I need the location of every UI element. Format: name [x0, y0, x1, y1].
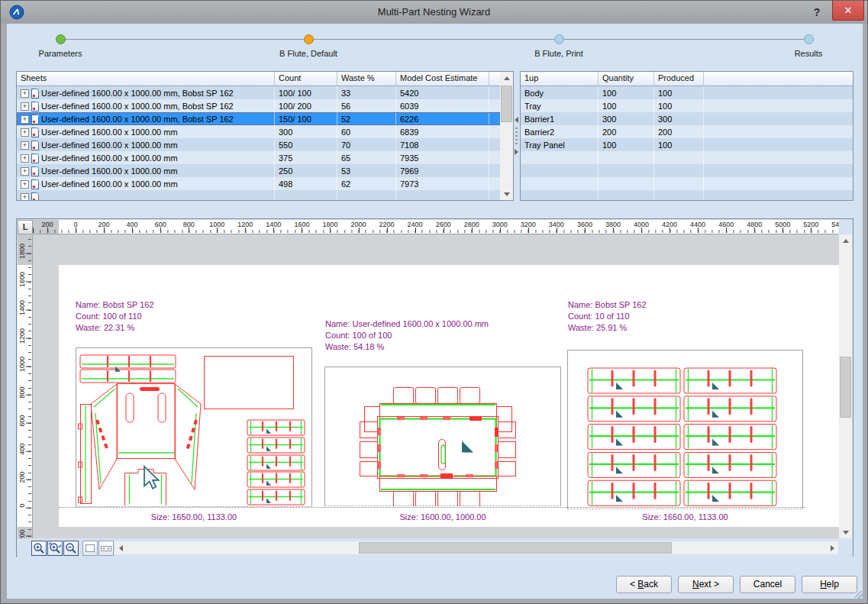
scrollbar-thumb[interactable]	[840, 357, 851, 418]
part-row[interactable]: Barrier2200200	[521, 125, 853, 138]
splitter-grip[interactable]	[515, 128, 518, 144]
sheet-count-cell: 375	[275, 151, 337, 164]
scrollbar-thumb[interactable]	[501, 86, 512, 122]
expand-icon[interactable]	[21, 154, 29, 163]
ruler-label: 1000	[18, 357, 26, 372]
canvas-vertical-scrollbar[interactable]	[839, 234, 852, 538]
expand-icon[interactable]	[21, 115, 29, 124]
scrollbar-thumb[interactable]	[359, 542, 672, 554]
sheet-name-text: User-defined 1600.00 x 1000.00 mm, Bobst…	[41, 115, 234, 124]
nest-layout-1-drawing[interactable]: .r{stroke:#ff3232;fill:none;stroke-width…	[76, 347, 312, 507]
step-label-b-flute-default: B Flute, Default	[279, 49, 337, 58]
show-dimensions-button[interactable]	[98, 541, 114, 556]
filler-cell	[704, 138, 853, 151]
filler-cell	[704, 86, 853, 99]
sheet-cost-cell: 7935	[396, 151, 489, 164]
sheet-result-row[interactable]: User-defined 1600.00 x 1000.00 mm5507071…	[17, 138, 502, 151]
part-name-cell: Barrier1	[521, 112, 599, 125]
sheet-result-row[interactable]: User-defined 1600.00 x 1000.00 mm, Bobst…	[17, 99, 502, 112]
step-dot-b-flute-default[interactable]	[304, 34, 314, 44]
sheets-table-scrollbar[interactable]	[500, 72, 513, 200]
empty-row	[521, 164, 853, 177]
column-header-waste[interactable]: Waste %	[337, 72, 396, 86]
column-header-quantity[interactable]: Quantity	[599, 72, 654, 86]
filler-cell	[704, 177, 853, 190]
sheet-result-row[interactable]: User-defined 1600.00 x 1000.00 mm, Bobst…	[17, 112, 502, 125]
part-quantity-cell: 100	[599, 99, 654, 112]
sheet-cost-cell: 7969	[396, 164, 489, 177]
ruler-label: 4600	[718, 221, 734, 228]
canvas-horizontal-scrollbar[interactable]	[115, 541, 838, 554]
back-button[interactable]: < Back	[616, 576, 672, 593]
scroll-up-icon[interactable]	[839, 234, 852, 247]
expand-icon[interactable]	[21, 180, 29, 189]
expand-icon[interactable]	[21, 141, 29, 150]
scroll-up-icon[interactable]	[500, 72, 513, 84]
sheet-result-row[interactable]: User-defined 1600.00 x 1000.00 mm2505379…	[17, 164, 502, 177]
scroll-down-icon[interactable]	[500, 188, 513, 200]
ruler-label: 1400	[266, 221, 281, 228]
column-header-sheets[interactable]: Sheets	[17, 72, 275, 86]
window-title: Multi-Part Nesting Wizard	[1, 6, 867, 18]
zoom-dynamic-button[interactable]	[47, 541, 63, 556]
sheet-name-text: User-defined 1600.00 x 1000.00 mm	[41, 153, 178, 163]
sheet-waste-cell: 52	[337, 112, 396, 125]
ruler-label: 3200	[521, 221, 536, 228]
scroll-right-icon[interactable]	[826, 541, 838, 554]
ruler-label: 200	[41, 221, 53, 228]
expand-icon[interactable]	[21, 128, 29, 137]
sheet-result-row[interactable]	[17, 190, 502, 201]
step-dot-parameters[interactable]	[56, 34, 66, 44]
ruler-label: 4000	[634, 221, 649, 228]
zoom-in-button[interactable]	[31, 541, 47, 556]
expand-icon[interactable]	[21, 89, 29, 98]
sheet-cost-cell: 7973	[396, 177, 489, 190]
ruler-corner-button[interactable]: L	[18, 220, 33, 234]
part-row[interactable]: Tray100100	[521, 99, 853, 112]
expand-icon[interactable]	[21, 193, 29, 202]
help-button[interactable]: Help	[802, 576, 857, 593]
scroll-down-icon[interactable]	[839, 526, 852, 538]
part-produced-cell: 200	[654, 125, 704, 138]
ruler-label: 2800	[464, 221, 479, 228]
part-produced-cell: 100	[654, 99, 704, 112]
resize-grip[interactable]	[855, 591, 865, 601]
sheet-result-row[interactable]: User-defined 1600.00 x 1000.00 mm3756579…	[17, 151, 502, 164]
sheet-result-row[interactable]: User-defined 1600.00 x 1000.00 mm4986279…	[17, 177, 502, 190]
close-icon[interactable]: ✕	[832, 1, 864, 21]
column-header-1up[interactable]: 1up	[521, 72, 599, 86]
column-header-count[interactable]: Count	[275, 72, 337, 86]
zoom-out-button[interactable]	[63, 541, 79, 556]
ruler-label: 5200	[803, 221, 818, 228]
sheet-outline-icon	[84, 542, 96, 554]
splitter-collapse-right-icon[interactable]	[515, 149, 518, 155]
part-row[interactable]: Barrier1300300	[521, 112, 853, 125]
cancel-button[interactable]: Cancel	[740, 576, 795, 593]
expand-icon[interactable]	[21, 167, 29, 176]
step-dot-b-flute-print[interactable]	[554, 34, 564, 44]
show-sheet-button[interactable]	[82, 541, 98, 556]
part-quantity-cell: 300	[599, 112, 654, 125]
nest-layout-3-drawing[interactable]	[567, 350, 803, 509]
part-row[interactable]: Body100100	[521, 86, 853, 99]
sheet-result-row[interactable]: User-defined 1600.00 x 1000.00 mm3006068…	[17, 125, 502, 138]
splitter-collapse-left-icon[interactable]	[515, 117, 518, 123]
ruler-label: 400	[18, 441, 26, 457]
expand-icon[interactable]	[21, 102, 29, 111]
sheet-waste-cell: 65	[337, 151, 396, 164]
scroll-left-icon[interactable]	[115, 541, 127, 554]
step-dot-results[interactable]	[804, 34, 814, 44]
sheet-count-cell: 150/ 100	[275, 112, 337, 125]
drawing-viewport[interactable]: Name: Bobst SP 162Count: 100 of 110Waste…	[33, 234, 839, 538]
nest-layout-2-drawing[interactable]	[324, 367, 561, 506]
sheet-result-row[interactable]: User-defined 1600.00 x 1000.00 mm, Bobst…	[17, 86, 502, 99]
next-button[interactable]: Next >	[678, 576, 734, 593]
help-icon[interactable]: ?	[808, 4, 825, 21]
sheet-count-cell: 300	[275, 125, 337, 138]
part-row[interactable]: Tray Panel100100	[521, 138, 853, 151]
column-header-produced[interactable]: Produced	[654, 72, 704, 86]
table-splitter[interactable]	[513, 71, 520, 201]
ruler-label: 1000	[209, 221, 224, 228]
column-header-model-cost[interactable]: Model Cost Estimate	[396, 72, 489, 86]
part-name-cell: Body	[521, 86, 599, 99]
